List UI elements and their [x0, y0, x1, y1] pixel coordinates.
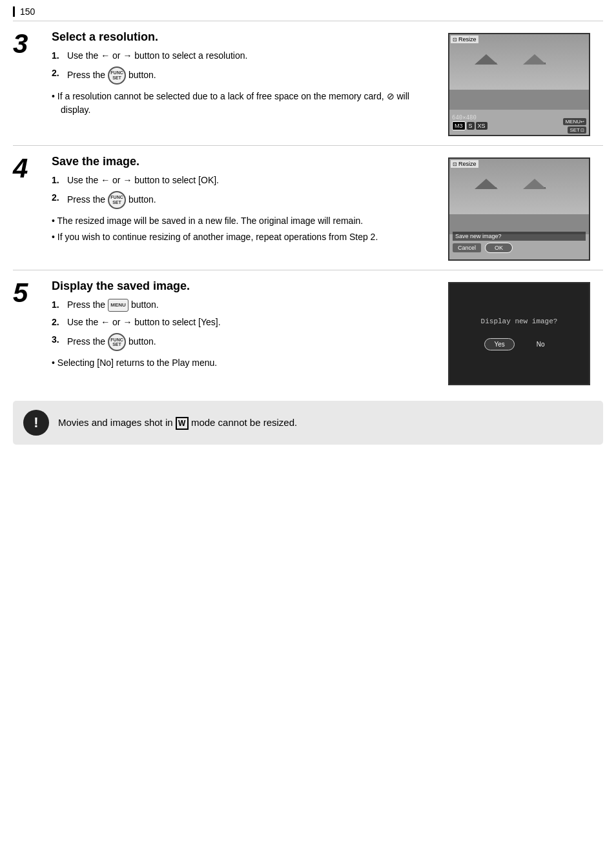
save-dialog-text: Save new image? [453, 232, 586, 241]
or-label-5: or [112, 317, 120, 327]
arrow-left-icon: ← [101, 50, 110, 61]
step-4-number: 4 [13, 155, 52, 182]
camera-screen-3: ⊡ Resize 640×480 M3 S XS MENU↩ [448, 33, 590, 136]
step-3-instruction-2: 2. Press the FUNCSET button. [52, 66, 442, 85]
step-5-inst1-text: Press the MENU button. [67, 298, 159, 312]
display-yes-btn: Yes [484, 338, 514, 350]
step-5-instruction-3: 3. Press the FUNCSET button. [52, 333, 442, 351]
step-4-instruction-1: 1. Use the ← or → button to select [OK]. [52, 174, 442, 187]
step-3-instructions: 1. Use the ← or → button to select a res… [52, 49, 442, 85]
step-4-instruction-2: 2. Press the FUNCSET button. [52, 191, 442, 209]
display-buttons: Yes No [484, 338, 553, 350]
warning-box: ! Movies and images shot in W mode canno… [13, 401, 603, 445]
res-m3: M3 [452, 121, 466, 130]
camera-screen-4: ⊡ Resize Save new image? Cancel OK [448, 157, 590, 261]
screen-bottom-bar-3: M3 S XS MENU↩ SET⊡ [449, 117, 589, 135]
step-5-notes: • Selecting [No] returns to the Play men… [52, 356, 442, 370]
func-set-button-5: FUNCSET [108, 333, 126, 351]
display-screen-5: Display new image? Yes No [448, 282, 590, 385]
screen-right-buttons-3: MENU↩ SET⊡ [563, 118, 586, 134]
or-label-4: or [112, 175, 120, 185]
warning-icon: ! [23, 410, 49, 436]
step-5-inst2-num: 2. [52, 316, 63, 329]
dialog-ok-btn: OK [485, 243, 513, 253]
step-4-inst1-num: 1. [52, 174, 63, 187]
resolution-options: M3 S XS [452, 121, 488, 130]
display-question: Display new image? [481, 318, 558, 325]
step-5-number: 5 [13, 279, 52, 307]
step-5-instruction-2: 2. Use the ← or → button to select [Yes]… [52, 316, 442, 329]
step-3-notes: • If a resolution cannot be selected due… [52, 90, 442, 117]
step-5-screen: Display new image? Yes No [448, 282, 603, 385]
step-3-title: Select a resolution. [52, 30, 442, 44]
step-5-inst1-num: 1. [52, 298, 63, 312]
screen-menu-btn-3: MENU↩ [563, 118, 586, 125]
step-3-inst1-num: 1. [52, 49, 63, 63]
step-3-content: Select a resolution. 1. Use the ← or → b… [52, 30, 448, 119]
step-4-inst1-text: Use the ← or → button to select [OK]. [67, 174, 219, 187]
dialog-cancel-btn: Cancel [453, 243, 481, 252]
step-3-number: 3 [13, 30, 52, 57]
step-4-row: 4 Save the image. 1. Use the ← or → butt… [13, 145, 603, 270]
warning-text-after: mode cannot be resized. [189, 417, 297, 428]
screen-set-btn-3: SET⊡ [568, 126, 586, 134]
step-4-inst2-text: Press the FUNCSET button. [67, 191, 156, 209]
or-label-1: or [112, 50, 120, 61]
save-dialog-buttons: Cancel OK [453, 243, 586, 253]
func-set-button-3: FUNCSET [108, 66, 126, 85]
step-3-screen: ⊡ Resize 640×480 M3 S XS MENU↩ [448, 33, 603, 136]
step-4-note-2: • If you wish to continue resizing of an… [52, 230, 442, 244]
step-5-title: Display the saved image. [52, 279, 442, 293]
warning-text: Movies and images shot in W mode cannot … [58, 416, 297, 430]
step-5-inst3-num: 3. [52, 333, 63, 347]
warning-text-before: Movies and images shot in [58, 417, 176, 428]
step-3-note-1: • If a resolution cannot be selected due… [52, 90, 442, 117]
arrow-right-icon-4: → [123, 175, 132, 185]
step-5-instructions: 1. Press the MENU button. 2. Use the ← o… [52, 298, 442, 351]
beach-water [449, 90, 589, 110]
step-4-title: Save the image. [52, 155, 442, 168]
arrow-right-icon: → [123, 50, 132, 61]
page-wrapper: 150 3 Select a resolution. 1. Use the ← … [0, 0, 616, 458]
step-3-inst2-num: 2. [52, 66, 63, 80]
screen-resize-label-4: ⊡ Resize [451, 160, 478, 168]
step-4-note-1: • The resized image will be saved in a n… [52, 214, 442, 228]
page-number: 150 [13, 6, 603, 17]
res-xs: XS [476, 122, 488, 130]
step-4-screen: ⊡ Resize Save new image? Cancel OK [448, 157, 603, 261]
step-5-row: 5 Display the saved image. 1. Press the … [13, 270, 603, 394]
step-3-inst1-text: Use the ← or → button to select a resolu… [67, 49, 247, 63]
step-4-content: Save the image. 1. Use the ← or → button… [52, 155, 448, 247]
display-no-btn: No [528, 339, 554, 350]
step-5-content: Display the saved image. 1. Press the ME… [52, 279, 448, 372]
step-3-row: 3 Select a resolution. 1. Use the ← or →… [13, 21, 603, 145]
step-5-inst2-text: Use the ← or → button to select [Yes]. [67, 316, 221, 329]
step-5-note-1: • Selecting [No] returns to the Play men… [52, 356, 442, 370]
step-5-instruction-1: 1. Press the MENU button. [52, 298, 442, 312]
step-4-instructions: 1. Use the ← or → button to select [OK].… [52, 174, 442, 209]
step-3-inst2-text: Press the FUNCSET button. [67, 66, 156, 85]
res-s: S [467, 122, 475, 130]
screen-resize-label-3: ⊡ Resize [451, 35, 478, 43]
save-dialog: Save new image? Cancel OK [453, 232, 586, 253]
step-4-inst2-num: 2. [52, 191, 63, 205]
step-5-inst3-text: Press the FUNCSET button. [67, 333, 156, 351]
arrow-left-icon-5: ← [101, 317, 110, 327]
step-3-instruction-1: 1. Use the ← or → button to select a res… [52, 49, 442, 63]
arrow-left-icon-4: ← [101, 175, 110, 185]
step-4-notes: • The resized image will be saved in a n… [52, 214, 442, 244]
arrow-right-icon-5: → [123, 317, 132, 327]
menu-button-inline-5: MENU [108, 299, 128, 312]
mode-box: W [176, 417, 189, 430]
func-set-button-4: FUNCSET [108, 191, 126, 209]
